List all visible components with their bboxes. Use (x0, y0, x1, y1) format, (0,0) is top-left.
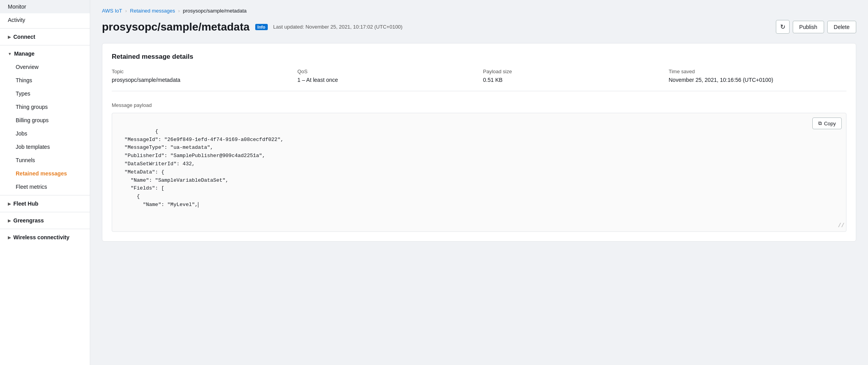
sidebar-divider-4 (0, 212, 90, 212)
sidebar-divider-5 (0, 229, 90, 229)
sidebar-item-greengrass[interactable]: ▶ Greengrass (0, 214, 90, 227)
chevron-right-icon: ▶ (8, 35, 11, 39)
payload-container: { "MessageId": "26e9f849-1efd-4f74-9169-… (112, 113, 846, 232)
sidebar-manage-subitems: Overview Things Types Thing groups Billi… (0, 60, 90, 193)
header-actions: ↻ Publish Delete (776, 20, 856, 34)
publish-button[interactable]: Publish (793, 21, 824, 33)
time-saved-label: Time saved (669, 69, 847, 74)
sidebar-divider-1 (0, 28, 90, 29)
delete-button[interactable]: Delete (827, 21, 856, 33)
page-title: prosysopc/sample/metadata (102, 21, 250, 33)
breadcrumb-aws-iot[interactable]: AWS IoT (102, 8, 122, 14)
sidebar-item-label: Types (16, 90, 30, 97)
detail-payload-size: Payload size 0.51 KB (483, 69, 661, 83)
copy-button[interactable]: ⧉ Copy (812, 117, 842, 129)
breadcrumb-retained-messages[interactable]: Retained messages (130, 8, 175, 14)
sidebar-item-connect[interactable]: ▶ Connect (0, 30, 90, 43)
chevron-right-icon: ▶ (8, 219, 11, 223)
copy-label: Copy (824, 121, 836, 126)
sidebar-item-wireless-connectivity[interactable]: ▶ Wireless connectivity (0, 231, 90, 244)
page-header: prosysopc/sample/metadata Info Last upda… (102, 20, 856, 34)
sidebar-item-fleet-metrics[interactable]: Fleet metrics (8, 180, 90, 193)
sidebar-item-types[interactable]: Types (8, 87, 90, 100)
sidebar-item-manage[interactable]: ▼ Manage (0, 47, 90, 60)
detail-topic: Topic prosysopc/sample/metadata (112, 69, 290, 83)
sidebar-item-label: Things (16, 77, 32, 83)
breadcrumb: AWS IoT › Retained messages › prosysopc/… (102, 8, 856, 14)
qos-label: QoS (298, 69, 476, 74)
last-updated-text: Last updated: November 25, 2021, 10:17:0… (273, 24, 770, 30)
sidebar-item-label: Retained messages (16, 170, 67, 177)
payload-size-label: Payload size (483, 69, 661, 74)
sidebar-item-monitor[interactable]: Monitor (0, 0, 90, 13)
payload-size-value: 0.51 KB (483, 77, 661, 83)
text-cursor (198, 202, 198, 208)
copy-icon: ⧉ (818, 120, 822, 126)
sidebar-item-label: Jobs (16, 130, 27, 137)
sidebar: Monitor Activity ▶ Connect ▼ Manage Over… (0, 0, 90, 365)
sidebar-item-label: Manage (14, 51, 35, 57)
sidebar-item-jobs[interactable]: Jobs (8, 127, 90, 140)
payload-section: Message payload { "MessageId": "26e9f849… (112, 102, 846, 232)
chevron-right-icon: ▶ (8, 235, 11, 240)
breadcrumb-current: prosysopc/sample/metadata (183, 8, 247, 14)
sidebar-item-overview[interactable]: Overview (8, 60, 90, 74)
payload-text: { "MessageId": "26e9f849-1efd-4f74-9169-… (118, 128, 283, 208)
sidebar-item-label: Tunnels (16, 157, 35, 163)
sidebar-item-job-templates[interactable]: Job templates (8, 140, 90, 154)
sidebar-item-activity[interactable]: Activity (0, 13, 90, 27)
time-saved-value: November 25, 2021, 10:16:56 (UTC+0100) (669, 77, 847, 83)
sidebar-item-label: Billing groups (16, 117, 49, 123)
detail-qos: QoS 1 – At least once (298, 69, 476, 83)
chevron-right-icon: ▶ (8, 202, 11, 206)
sidebar-item-label: Job templates (16, 144, 50, 150)
topic-label: Topic (112, 69, 290, 74)
sidebar-item-tunnels[interactable]: Tunnels (8, 154, 90, 167)
payload-content[interactable]: { "MessageId": "26e9f849-1efd-4f74-9169-… (112, 113, 846, 232)
sidebar-item-label: Wireless connectivity (13, 234, 69, 240)
sidebar-item-label: Activity (8, 17, 25, 23)
sidebar-item-thing-groups[interactable]: Thing groups (8, 100, 90, 114)
card-title: Retained message details (112, 53, 846, 61)
retained-message-card: Retained message details Topic prosysopc… (102, 43, 856, 242)
sidebar-item-label: Fleet Hub (13, 201, 38, 207)
breadcrumb-sep-1: › (125, 8, 127, 14)
main-content: AWS IoT › Retained messages › prosysopc/… (90, 0, 868, 365)
refresh-button[interactable]: ↻ (776, 20, 790, 34)
qos-value: 1 – At least once (298, 77, 476, 83)
info-badge[interactable]: Info (255, 24, 268, 30)
breadcrumb-sep-2: › (178, 8, 180, 14)
detail-time-saved: Time saved November 25, 2021, 10:16:56 (… (669, 69, 847, 83)
sidebar-item-label: Overview (16, 64, 38, 70)
sidebar-item-label: Thing groups (16, 104, 48, 110)
resize-handle[interactable]: // (838, 221, 844, 230)
sidebar-item-fleet-hub[interactable]: ▶ Fleet Hub (0, 197, 90, 210)
sidebar-item-retained-messages[interactable]: Retained messages (8, 167, 90, 180)
sidebar-item-label: Monitor (8, 4, 26, 10)
chevron-down-icon: ▼ (8, 52, 12, 56)
sidebar-item-billing-groups[interactable]: Billing groups (8, 114, 90, 127)
topic-value: prosysopc/sample/metadata (112, 77, 290, 83)
sidebar-item-label: Connect (13, 34, 35, 40)
sidebar-item-label: Fleet metrics (16, 184, 47, 190)
content-area: AWS IoT › Retained messages › prosysopc/… (90, 0, 868, 365)
sidebar-divider-3 (0, 195, 90, 195)
sidebar-item-label: Greengrass (13, 217, 44, 224)
sidebar-divider-2 (0, 45, 90, 45)
sidebar-item-things[interactable]: Things (8, 74, 90, 87)
payload-section-label: Message payload (112, 102, 846, 108)
details-grid: Topic prosysopc/sample/metadata QoS 1 – … (112, 69, 846, 91)
